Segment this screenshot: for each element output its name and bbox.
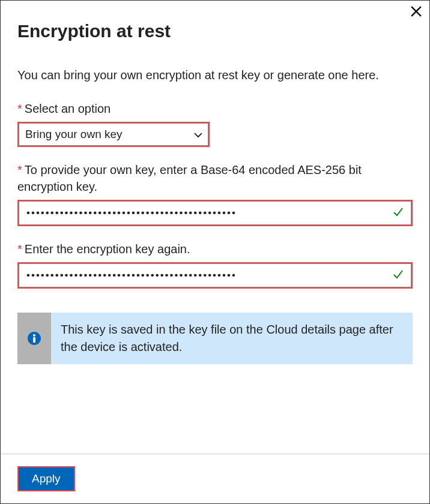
panel-description: You can bring your own encryption at res… <box>17 67 413 83</box>
info-callout: This key is saved in the key file on the… <box>17 313 413 364</box>
required-marker: * <box>17 163 22 176</box>
key-input-value: ••••••••••••••••••••••••••••••••••••••••… <box>26 207 237 218</box>
info-message: This key is saved in the key file on the… <box>51 313 413 364</box>
key-input-highlight: ••••••••••••••••••••••••••••••••••••••••… <box>17 200 413 226</box>
select-option-dropdown[interactable]: Bring your own key <box>19 123 208 146</box>
panel-footer: Apply <box>1 454 429 503</box>
close-button[interactable] <box>409 4 423 19</box>
select-option-label: *Select an option <box>17 100 413 117</box>
info-icon <box>27 331 41 346</box>
key-confirm-label-text: Enter the encryption key again. <box>25 242 190 256</box>
select-option-value: Bring your own key <box>25 128 123 141</box>
key-input-label-text: To provide your own key, enter a Base-64… <box>17 163 362 193</box>
encryption-key-confirm-input[interactable]: ••••••••••••••••••••••••••••••••••••••••… <box>19 263 411 287</box>
key-input-label: *To provide your own key, enter a Base-6… <box>17 161 413 195</box>
key-confirm-label: *Enter the encryption key again. <box>17 241 413 257</box>
close-icon <box>411 6 422 17</box>
chevron-down-icon <box>194 128 202 141</box>
panel-title: Encryption at rest <box>17 21 413 41</box>
info-icon-container <box>17 313 51 364</box>
apply-button[interactable]: Apply <box>19 467 74 490</box>
select-option-field: *Select an option Bring your own key <box>17 100 413 147</box>
checkmark-icon <box>392 206 404 220</box>
key-input-field: *To provide your own key, enter a Base-6… <box>17 161 413 226</box>
key-confirm-value: ••••••••••••••••••••••••••••••••••••••••… <box>26 269 237 281</box>
select-option-highlight: Bring your own key <box>17 122 210 147</box>
apply-button-highlight: Apply <box>17 466 75 491</box>
encryption-key-input[interactable]: ••••••••••••••••••••••••••••••••••••••••… <box>19 201 411 225</box>
checkmark-icon <box>392 268 404 283</box>
svg-point-1 <box>33 334 35 337</box>
panel-content: Encryption at rest You can bring your ow… <box>1 1 429 454</box>
key-confirm-field: *Enter the encryption key again. •••••••… <box>17 241 413 289</box>
svg-rect-2 <box>33 337 35 343</box>
required-marker: * <box>17 102 22 115</box>
key-confirm-highlight: ••••••••••••••••••••••••••••••••••••••••… <box>17 262 413 289</box>
required-marker: * <box>17 242 22 256</box>
select-option-label-text: Select an option <box>25 102 111 115</box>
encryption-panel: Encryption at rest You can bring your ow… <box>0 0 430 504</box>
